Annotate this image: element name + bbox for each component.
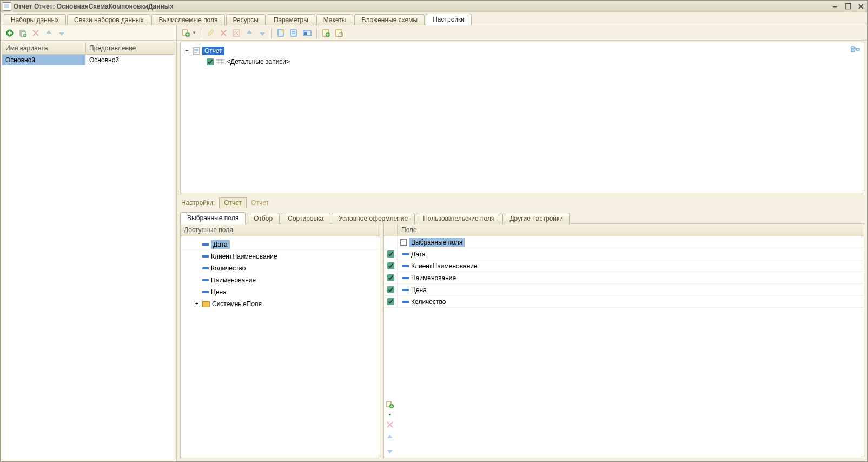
sub-tab[interactable]: Пользовательские поля <box>416 213 501 224</box>
selected-field-row[interactable]: Дата <box>384 248 864 260</box>
field-down-button <box>385 446 395 456</box>
available-field-item[interactable]: КлиентНаименование <box>181 250 380 262</box>
field-icon <box>402 277 409 279</box>
field-label: КлиентНаименование <box>411 262 478 270</box>
svg-rect-19 <box>216 59 224 64</box>
wizard-2-button[interactable] <box>289 28 299 38</box>
field-label: Цена <box>411 286 427 294</box>
collapse-icon[interactable]: − <box>184 48 190 54</box>
move-up-button <box>44 28 54 38</box>
settings-panel: ▼ <box>177 25 867 461</box>
selected-field-row[interactable]: Количество <box>384 296 864 308</box>
main-tab[interactable]: Вложенные схемы <box>354 14 425 25</box>
dropdown-arrow-icon[interactable]: ▼ <box>192 30 196 35</box>
field-label: Наименование <box>211 276 256 284</box>
minimize-button[interactable]: – <box>831 2 839 11</box>
field-label: СистемныеПоля <box>212 300 262 308</box>
variants-col-presentation[interactable]: Представление <box>86 42 175 54</box>
sub-tab[interactable]: Другие настройки <box>502 213 570 224</box>
collapse-icon[interactable]: − <box>400 239 407 246</box>
field-checkbox[interactable] <box>387 286 394 293</box>
main-tab[interactable]: Связи наборов данных <box>67 14 150 25</box>
add-element-button[interactable] <box>181 28 191 38</box>
available-field-item[interactable]: Наименование <box>181 274 380 286</box>
breadcrumb-button[interactable]: Отчет <box>219 197 247 208</box>
delete-button <box>218 28 228 38</box>
svg-rect-8 <box>291 30 296 36</box>
selected-fields-toolbar: ▼ <box>384 398 396 458</box>
wizard-1-button[interactable] <box>276 28 286 38</box>
tree-root-label: Отчет <box>202 47 224 55</box>
main-tab[interactable]: Макеты <box>316 14 354 25</box>
field-label: Наименование <box>411 274 456 282</box>
field-label: Дата <box>411 250 426 258</box>
svg-rect-10 <box>304 32 307 35</box>
move-down-button <box>57 28 67 38</box>
field-icon <box>402 301 409 303</box>
selected-group-row[interactable]: −Выбранные поля <box>384 236 864 248</box>
field-checkbox[interactable] <box>387 262 394 269</box>
variants-col-name[interactable]: Имя варианта <box>2 42 86 54</box>
field-icon <box>202 279 209 281</box>
selected-fields-list[interactable]: −Выбранные поляДатаКлиентНаименованиеНаи… <box>384 236 864 398</box>
tree-root-row[interactable]: − Отчет <box>184 45 860 56</box>
field-icon <box>202 243 209 246</box>
close-button[interactable]: ✕ <box>857 2 865 11</box>
variants-panel: Имя варианта Представление ОсновнойОснов… <box>1 25 177 461</box>
sub-tabs: Выбранные поляОтборСортировкаУсловное оф… <box>177 210 867 223</box>
custom-settings-button[interactable] <box>321 28 331 38</box>
window-title: Отчет Отчет: ОсновнаяСхемаКомпоновкиДанн… <box>14 3 831 10</box>
field-icon <box>402 253 409 255</box>
detail-checkbox[interactable] <box>207 58 214 65</box>
maximize-button[interactable]: ❐ <box>844 2 852 11</box>
svg-rect-16 <box>851 50 854 52</box>
edit-button <box>206 28 215 38</box>
add-variant-button[interactable] <box>5 28 15 38</box>
sub-tab[interactable]: Отбор <box>247 213 280 224</box>
structure-view-button[interactable] <box>851 45 860 55</box>
main-tab[interactable]: Настройки <box>426 14 472 25</box>
field-label: Цена <box>211 288 227 296</box>
tree-detail-row[interactable]: <Детальные записи> <box>207 56 860 67</box>
variant-row[interactable]: ОсновнойОсновной <box>2 55 175 65</box>
available-fields-panel: Доступные поля ДатаКлиентНаименованиеКол… <box>180 223 380 458</box>
available-fields-header[interactable]: Доступные поля <box>181 224 380 236</box>
field-checkbox[interactable] <box>387 274 394 281</box>
selected-field-row[interactable]: Цена <box>384 284 864 296</box>
add-field-button[interactable] <box>385 400 395 410</box>
field-checkbox[interactable] <box>387 298 394 305</box>
selected-field-row[interactable]: Наименование <box>384 272 864 284</box>
wizard-3-button[interactable] <box>302 28 312 38</box>
available-fields-list[interactable]: ДатаКлиентНаименованиеКоличествоНаименов… <box>181 236 380 458</box>
breadcrumb-label: Настройки: <box>181 199 215 207</box>
remove-field-button <box>385 420 395 430</box>
sub-tab[interactable]: Условное оформление <box>332 213 415 224</box>
field-icon <box>402 265 409 267</box>
available-field-item[interactable]: Цена <box>181 286 380 298</box>
field-label: Дата <box>211 240 230 249</box>
toggle-button <box>231 28 241 38</box>
selected-field-row[interactable]: КлиентНаименование <box>384 260 864 272</box>
main-tab[interactable]: Наборы данных <box>4 14 66 25</box>
field-icon <box>202 255 209 258</box>
copy-variant-button[interactable] <box>18 28 28 38</box>
available-field-item[interactable]: Количество <box>181 262 380 274</box>
report-structure-tree[interactable]: − Отчет <Детальные записи> <box>180 42 864 193</box>
field-up-button <box>385 433 395 443</box>
main-tab[interactable]: Параметры <box>267 14 315 25</box>
field-checkbox[interactable] <box>387 250 394 258</box>
report-icon <box>193 47 200 55</box>
main-tabs: Наборы данныхСвязи наборов данныхВычисля… <box>1 12 867 25</box>
properties-button[interactable] <box>334 28 344 38</box>
selected-group-label: Выбранные поля <box>409 238 465 247</box>
dropdown-arrow-icon[interactable]: ▼ <box>385 413 395 417</box>
sub-tab[interactable]: Выбранные поля <box>180 212 246 224</box>
main-tab[interactable]: Ресурсы <box>226 14 266 25</box>
expand-icon[interactable]: + <box>194 301 200 307</box>
breadcrumb: Настройки: Отчет Отчет <box>177 194 867 210</box>
main-tab[interactable]: Вычисляемые поля <box>151 14 224 25</box>
available-field-item[interactable]: Дата <box>181 239 380 250</box>
selected-fields-header[interactable]: Поле <box>398 224 864 236</box>
sub-tab[interactable]: Сортировка <box>281 213 330 224</box>
available-field-item[interactable]: +СистемныеПоля <box>181 298 380 310</box>
